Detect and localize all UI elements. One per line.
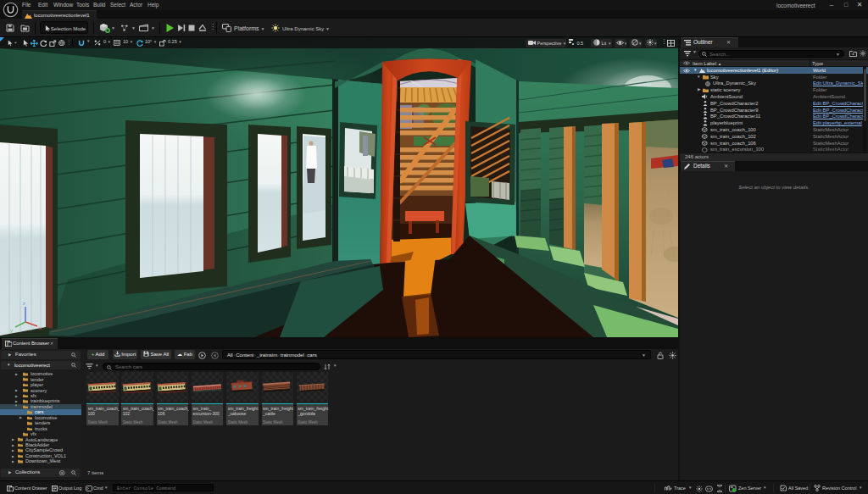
svg-text:y: y bbox=[10, 328, 13, 333]
svg-text:z: z bbox=[23, 301, 25, 306]
svg-text:x: x bbox=[39, 325, 42, 330]
